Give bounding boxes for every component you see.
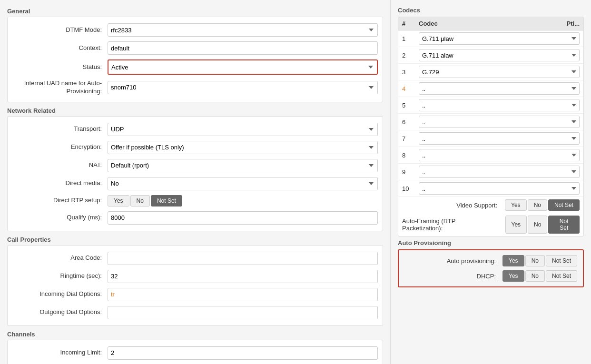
video-support-no-btn[interactable]: No <box>528 199 547 211</box>
codec-select-5[interactable]: .. <box>419 99 580 111</box>
auto-framing-label: Auto-Framing (RTP Packetization): <box>402 217 498 232</box>
ringtime-input[interactable] <box>108 270 378 283</box>
auto-framing-row: Auto-Framing (RTP Packetization): Yes No… <box>398 213 583 236</box>
auto-prov-title: Auto Provisioning <box>398 239 584 246</box>
codec-select-4[interactable]: .. <box>419 82 580 95</box>
direct-rtp-yes-btn[interactable]: Yes <box>108 195 129 207</box>
codec-num-9: 9 <box>402 168 419 176</box>
channels-section-title: Channels <box>7 331 383 338</box>
ringtime-row: Ringtime (sec): <box>8 267 383 285</box>
area-code-input[interactable] <box>108 252 378 265</box>
status-control: Active <box>108 59 378 75</box>
call-properties-section-title: Call Properties <box>7 236 383 243</box>
dhcp-btn-group: Yes No Not Set <box>502 270 577 282</box>
incoming-limit-row: Incoming Limit: <box>8 344 383 362</box>
auto-prov-not-set-btn[interactable]: Not Set <box>546 255 577 266</box>
context-control <box>108 41 378 55</box>
codec-row-6: 6 .. <box>398 114 583 130</box>
auto-framing-yes-btn[interactable]: Yes <box>505 216 527 234</box>
codec-select-7[interactable]: .. <box>419 132 580 145</box>
incoming-limit-input[interactable] <box>108 346 378 360</box>
ringtime-control <box>108 270 378 283</box>
transport-label: Transport: <box>12 125 108 133</box>
codecs-col-ptime: Pti... <box>551 20 580 27</box>
codecs-title: Codecs <box>398 7 584 14</box>
codec-row-9: 9 .. <box>398 164 583 180</box>
codec-num-4: 4 <box>402 85 419 92</box>
area-code-label: Area Code: <box>12 254 108 262</box>
codec-row-10: 10 .. <box>398 180 583 197</box>
nat-row: NAT: Default (rport) <box>8 157 383 175</box>
auto-framing-btn-group: Yes No Not Set <box>505 216 580 234</box>
direct-rtp-not-set-btn[interactable]: Not Set <box>151 195 182 207</box>
codec-row-5: 5 .. <box>398 97 583 114</box>
nat-select[interactable]: Default (rport) <box>108 159 378 172</box>
codec-select-wrap-6: .. <box>419 116 580 128</box>
dhcp-not-set-btn[interactable]: Not Set <box>546 270 577 282</box>
codecs-container: # Codec Pti... 1 G.711 μlaw 2 G.711 alaw <box>398 17 584 236</box>
incoming-dial-control <box>108 288 378 301</box>
auto-framing-no-btn[interactable]: No <box>528 216 547 234</box>
outgoing-limit-row: Outgoing Limit: <box>8 362 383 364</box>
dhcp-yes-btn[interactable]: Yes <box>502 270 524 282</box>
codec-select-1[interactable]: G.711 μlaw <box>419 32 580 45</box>
video-support-btn-group: Yes No Not Set <box>505 199 580 211</box>
internal-uad-label: Internal UAD name for Auto-Provisioning: <box>12 79 108 96</box>
auto-prov-no-btn[interactable]: No <box>525 255 545 266</box>
codecs-col-hash: # <box>402 20 419 27</box>
auto-prov-section: Auto provisioning: Yes No Not Set DHCP: … <box>398 249 584 287</box>
codec-select-wrap-4: .. <box>419 82 580 95</box>
video-support-label: Video Support: <box>456 202 497 209</box>
incoming-limit-label: Incoming Limit: <box>12 349 108 357</box>
dhcp-row: DHCP: Yes No Not Set <box>402 268 580 284</box>
auto-prov-btn-group: Yes No Not Set <box>502 255 577 266</box>
codec-num-6: 6 <box>402 118 419 126</box>
codec-row-2: 2 G.711 alaw <box>398 47 583 64</box>
codecs-col-codec: Codec <box>419 20 551 27</box>
codec-select-2[interactable]: G.711 alaw <box>419 49 580 61</box>
codec-select-wrap-3: G.729 <box>419 66 580 78</box>
transport-row: Transport: UDP <box>8 120 383 138</box>
nat-control: Default (rport) <box>108 159 378 172</box>
encryption-control: Offer if possible (TLS only) <box>108 141 378 154</box>
codec-select-wrap-9: .. <box>419 166 580 178</box>
context-label: Context: <box>12 44 108 52</box>
codec-num-1: 1 <box>402 35 419 42</box>
transport-select[interactable]: UDP <box>108 123 378 136</box>
codec-select-6[interactable]: .. <box>419 116 580 128</box>
video-support-yes-btn[interactable]: Yes <box>505 199 527 211</box>
channels-section: Incoming Limit: Outgoing Limit: Busy lev… <box>7 340 383 364</box>
auto-prov-yes-btn[interactable]: Yes <box>502 255 524 266</box>
internal-uad-select[interactable]: snom710 <box>108 81 378 94</box>
outgoing-dial-input[interactable] <box>108 306 378 319</box>
qualify-input[interactable] <box>108 211 378 225</box>
direct-rtp-btn-group: Yes No Not Set <box>108 195 378 207</box>
video-support-not-set-btn[interactable]: Not Set <box>548 199 580 211</box>
codec-row-1: 1 G.711 μlaw <box>398 30 583 47</box>
encryption-label: Encryption: <box>12 143 108 151</box>
direct-rtp-no-btn[interactable]: No <box>130 195 150 207</box>
codec-num-3: 3 <box>402 69 419 76</box>
codec-row-4: 4 .. <box>398 80 583 97</box>
incoming-dial-input[interactable] <box>108 288 378 301</box>
codec-select-10[interactable]: .. <box>419 182 580 195</box>
area-code-row: Area Code: <box>8 249 383 267</box>
nat-label: NAT: <box>12 161 108 169</box>
incoming-limit-control <box>108 346 378 360</box>
direct-media-select[interactable]: No <box>108 177 378 190</box>
encryption-select[interactable]: Offer if possible (TLS only) <box>108 141 378 154</box>
dhcp-no-btn[interactable]: No <box>525 270 545 282</box>
codec-select-8[interactable]: .. <box>419 149 580 161</box>
codec-select-3[interactable]: G.729 <box>419 66 580 78</box>
dtmf-mode-select[interactable]: rfc2833 <box>108 23 378 37</box>
codec-select-9[interactable]: .. <box>419 166 580 178</box>
auto-prov-row: Auto provisioning: Yes No Not Set <box>402 253 580 268</box>
context-input[interactable] <box>108 41 378 55</box>
auto-prov-label: Auto provisioning: <box>447 257 496 265</box>
general-section-title: General <box>7 8 383 15</box>
codec-num-10: 10 <box>402 185 419 192</box>
codec-num-8: 8 <box>402 152 419 159</box>
status-select[interactable]: Active <box>108 60 377 74</box>
network-section: Transport: UDP Encryption: Offer if poss… <box>7 116 383 231</box>
auto-framing-not-set-btn[interactable]: Not Set <box>548 216 580 234</box>
